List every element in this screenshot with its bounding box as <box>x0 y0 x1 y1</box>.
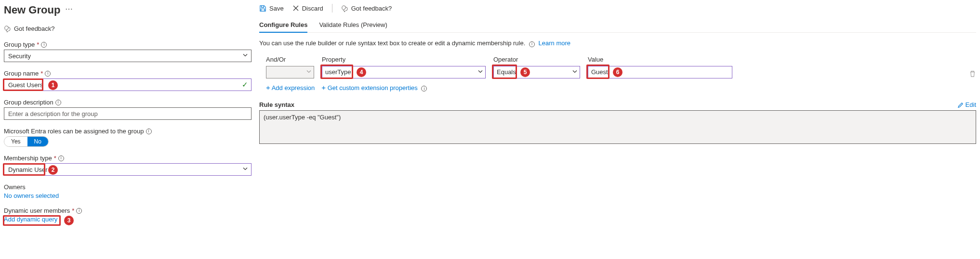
header-property: Property <box>322 56 486 63</box>
edit-rule-syntax-link[interactable]: Edit <box>957 101 976 108</box>
chevron-down-icon <box>242 166 248 173</box>
rule-row: userType 4 Equals 5 <box>266 66 961 78</box>
close-icon <box>292 5 299 12</box>
required-marker: * <box>72 207 74 214</box>
edit-label: Edit <box>966 101 976 108</box>
feedback-icon <box>341 5 348 12</box>
learn-more-link[interactable]: Learn more <box>539 39 570 47</box>
rule-syntax-label: Rule syntax <box>259 101 294 108</box>
got-feedback-link-right[interactable]: Got feedback? <box>341 5 392 12</box>
operator-select[interactable]: Equals <box>493 66 580 78</box>
rule-syntax-textarea[interactable]: (user.userType -eq "Guest") <box>259 110 976 144</box>
chevron-down-icon <box>572 68 578 76</box>
group-name-label: Group name <box>4 70 39 77</box>
info-icon[interactable]: i <box>529 41 535 47</box>
trash-icon <box>969 70 976 78</box>
rule-syntax-value: (user.userType -eq "Guest") <box>264 114 341 121</box>
group-description-label: Group description <box>4 99 53 106</box>
toggle-no[interactable]: No <box>27 137 48 146</box>
save-label: Save <box>269 5 284 12</box>
feedback-icon <box>4 25 11 32</box>
required-marker: * <box>40 70 43 77</box>
required-marker: * <box>54 155 56 162</box>
membership-type-label: Membership type <box>4 155 52 162</box>
info-icon[interactable]: i <box>421 86 427 91</box>
header-andor: And/Or <box>266 56 314 63</box>
more-icon[interactable]: ⋯ <box>65 5 73 15</box>
dynamic-members-label: Dynamic user members <box>4 207 70 214</box>
operator-value: Equals <box>497 68 516 76</box>
group-description-placeholder: Enter a description for the group <box>8 110 98 117</box>
add-expression-link[interactable]: + Add expression <box>266 83 315 92</box>
group-name-value: Guest Users <box>8 81 43 89</box>
get-extension-label: Get custom extension properties <box>328 84 418 91</box>
chevron-down-icon <box>477 68 483 76</box>
property-value: userType <box>325 68 351 76</box>
membership-type-value: Dynamic User <box>8 166 48 173</box>
membership-type-select[interactable]: Dynamic User <box>4 163 252 176</box>
plus-icon: + <box>321 83 326 91</box>
get-extension-properties-link[interactable]: + Get custom extension properties i <box>321 83 427 92</box>
edit-icon <box>957 102 964 108</box>
info-icon[interactable]: i <box>76 208 82 214</box>
toggle-yes[interactable]: Yes <box>4 137 27 146</box>
owners-label: Owners <box>4 183 26 191</box>
info-icon[interactable]: i <box>146 129 152 134</box>
value-text: Guest <box>591 68 608 76</box>
plus-icon: + <box>266 83 270 91</box>
value-input[interactable]: Guest <box>588 66 732 78</box>
group-type-select[interactable]: Security <box>4 50 252 62</box>
info-icon[interactable]: i <box>55 100 61 105</box>
discard-label: Discard <box>302 5 323 12</box>
property-select[interactable]: userType <box>322 66 486 78</box>
page-title: New Group <box>4 4 60 16</box>
got-feedback-link[interactable]: Got feedback? <box>4 25 55 32</box>
entra-roles-label: Microsoft Entra roles can be assigned to… <box>4 128 144 135</box>
discard-button[interactable]: Discard <box>292 5 323 12</box>
header-operator: Operator <box>493 56 580 63</box>
save-icon <box>259 5 266 12</box>
save-button[interactable]: Save <box>259 5 284 12</box>
tab-configure-rules[interactable]: Configure Rules <box>259 21 307 32</box>
hint-text: You can use the rule builder or rule syn… <box>259 39 525 47</box>
info-icon[interactable]: i <box>58 155 64 161</box>
andor-select <box>266 66 314 78</box>
chevron-down-icon <box>242 52 248 60</box>
info-icon[interactable]: i <box>45 71 51 77</box>
owners-link[interactable]: No owners selected <box>4 192 252 199</box>
badge-3: 3 <box>64 216 74 225</box>
add-expression-label: Add expression <box>272 84 315 91</box>
add-dynamic-query-link[interactable]: Add dynamic query <box>4 216 57 223</box>
header-value: Value <box>588 56 732 63</box>
chevron-down-icon <box>306 68 312 76</box>
required-marker: * <box>37 41 39 48</box>
delete-rule-button[interactable] <box>969 70 976 79</box>
got-feedback-label: Got feedback? <box>14 25 55 32</box>
entra-roles-toggle[interactable]: Yes No <box>4 136 49 147</box>
check-icon: ✓ <box>242 80 248 89</box>
group-type-label: Group type <box>4 41 35 48</box>
group-type-value: Security <box>8 52 31 60</box>
group-name-input[interactable]: Guest Users ✓ <box>4 78 252 91</box>
tab-validate-rules[interactable]: Validate Rules (Preview) <box>319 21 387 32</box>
info-icon[interactable]: i <box>41 42 47 48</box>
got-feedback-right-label: Got feedback? <box>351 5 392 12</box>
toolbar-separator <box>332 4 332 13</box>
group-description-input[interactable]: Enter a description for the group <box>4 107 252 120</box>
